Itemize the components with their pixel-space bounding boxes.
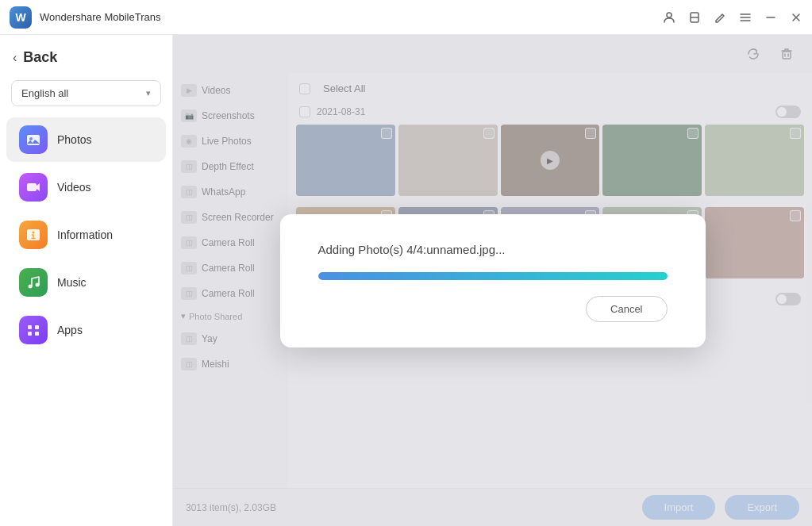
information-icon	[19, 221, 48, 249]
app-logo: W	[10, 6, 32, 29]
modal-overlay: Adding Photo(s) 4/4:unnamed.jpg... Cance…	[173, 35, 812, 526]
sidebar-item-apps[interactable]: Apps	[6, 308, 166, 352]
title-bar: W Wondershare MobileTrans	[0, 0, 812, 35]
svg-rect-2	[27, 135, 40, 145]
svg-rect-10	[28, 325, 32, 329]
app-logo-letter: W	[15, 11, 25, 24]
sidebar-item-label-music: Music	[57, 276, 87, 289]
sidebar-item-label-photos: Photos	[57, 133, 92, 146]
svg-point-8	[29, 285, 33, 289]
modal-cancel-row: Cancel	[318, 296, 668, 322]
bookmark-icon[interactable]	[688, 11, 701, 24]
dropdown-arrow-icon: ▾	[146, 88, 151, 98]
svg-rect-11	[35, 325, 39, 329]
back-button[interactable]: ‹ Back	[0, 44, 172, 77]
progress-bar-fill	[318, 272, 668, 280]
svg-point-7	[33, 232, 35, 234]
progress-bar-track	[318, 272, 668, 280]
apps-icon	[19, 316, 48, 344]
sidebar-item-label-apps: Apps	[57, 324, 83, 336]
back-label: Back	[23, 49, 57, 66]
sidebar-item-label-information: Information	[57, 228, 113, 241]
svg-rect-4	[27, 183, 37, 191]
back-arrow-icon: ‹	[13, 51, 17, 65]
menu-icon[interactable]	[739, 11, 752, 24]
videos-icon	[19, 173, 48, 202]
svg-point-3	[29, 137, 33, 140]
sidebar-item-label-videos: Videos	[57, 181, 91, 194]
modal-message: Adding Photo(s) 4/4:unnamed.jpg...	[318, 243, 506, 256]
language-label: English all	[21, 87, 68, 99]
progress-modal: Adding Photo(s) 4/4:unnamed.jpg... Cance…	[280, 214, 706, 347]
language-selector[interactable]: English all ▾	[11, 80, 161, 106]
svg-point-9	[36, 283, 40, 287]
sidebar-item-photos[interactable]: Photos	[6, 117, 166, 162]
svg-point-0	[667, 13, 672, 17]
minimize-icon[interactable]	[764, 11, 777, 24]
close-icon[interactable]	[790, 11, 802, 24]
sidebar-item-information[interactable]: Information	[6, 213, 166, 257]
edit-icon[interactable]	[714, 11, 726, 24]
svg-rect-12	[28, 332, 32, 336]
sidebar: ‹ Back English all ▾ Photos Videos Infor…	[0, 35, 173, 526]
sidebar-item-music[interactable]: Music	[6, 260, 166, 305]
main-area: ▶ Videos 📷 Screenshots ◉ Live Photos ◫ D…	[173, 35, 812, 526]
app-body: ‹ Back English all ▾ Photos Videos Infor…	[0, 35, 812, 526]
photos-icon	[19, 125, 48, 154]
svg-marker-5	[37, 183, 40, 191]
cancel-button[interactable]: Cancel	[586, 296, 667, 322]
sidebar-item-videos[interactable]: Videos	[6, 165, 166, 209]
account-icon[interactable]	[663, 11, 675, 24]
window-controls	[663, 11, 802, 24]
music-icon	[19, 268, 48, 297]
svg-rect-13	[35, 332, 39, 336]
app-title: Wondershare MobileTrans	[40, 11, 160, 23]
